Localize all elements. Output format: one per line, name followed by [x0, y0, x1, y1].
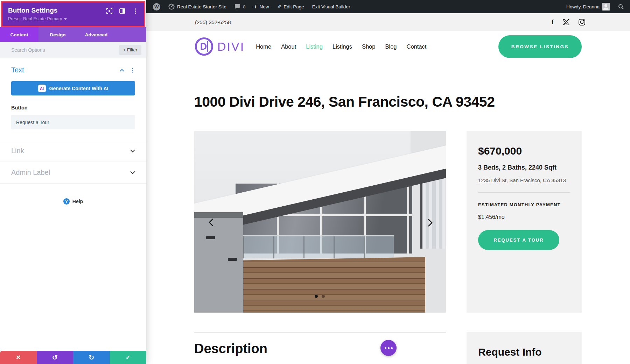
nav-item-blog[interactable]: Blog [385, 43, 397, 50]
listing-address: 1235 Divi St, San Fracisco, CA 35313 [478, 177, 570, 183]
house-photo-vent [206, 236, 215, 239]
panel-body: Text ⋮ AI Generate Content With AI Butto… [0, 58, 146, 205]
new-content-menu[interactable]: + New [251, 0, 272, 13]
text-section-header[interactable]: Text ⋮ [11, 58, 135, 74]
help-question-icon: ? [63, 198, 70, 205]
listing-photo-slider [194, 131, 446, 313]
search-options-input[interactable] [11, 47, 119, 53]
edit-page-menu[interactable]: ✎ Edit Page [275, 0, 307, 13]
site-preview: (255) 352-6258 f D DIVI Home About Listi… [146, 13, 630, 364]
chevron-up-icon[interactable] [120, 69, 124, 72]
house-photo-wood-cladding [243, 257, 425, 313]
site-name-menu[interactable]: Real Estate Starter Site [166, 0, 229, 13]
text-section-controls: ⋮ [120, 67, 135, 73]
edit-page-label: Edit Page [284, 4, 304, 9]
house-photo-side-wall [194, 212, 243, 313]
discard-changes-button[interactable]: ✕ [0, 351, 37, 364]
x-twitter-icon[interactable] [563, 19, 569, 25]
admin-bar-left: W Real Estate Starter Site 0 + New ✎ Edi… [150, 0, 352, 13]
payment-label: ESTIMATED MONTHLY PAYMENT [478, 202, 570, 207]
redo-button[interactable]: ↻ [73, 351, 110, 364]
exit-visual-builder[interactable]: Exit Visual Builder [310, 0, 353, 13]
slider-next-arrow[interactable] [425, 218, 434, 227]
panel-action-bar: ✕ ↺ ↻ ✓ [0, 351, 146, 364]
nav-item-listing[interactable]: Listing [306, 43, 323, 50]
help-link[interactable]: ? Help [0, 198, 146, 205]
help-label: Help [72, 199, 83, 204]
link-section-title: Link [11, 147, 24, 155]
panel-layout-icon[interactable] [119, 8, 125, 14]
request-tour-button[interactable]: REQUEST A TOUR [478, 230, 559, 250]
comment-bubble-icon [234, 4, 240, 9]
link-section-toggle[interactable]: Link [0, 140, 146, 162]
nav-item-shop[interactable]: Shop [362, 43, 376, 50]
preset-selector[interactable]: Preset: Real Estate Primary [8, 16, 67, 21]
tab-advanced[interactable]: Advanced [77, 27, 115, 42]
caret-down-icon [64, 18, 67, 20]
panel-title: Button Settings [8, 7, 67, 14]
request-info-card: Request Info [467, 332, 582, 364]
listing-summary-card: $670,000 3 Beds, 2 Baths, 2240 Sqft 1235… [467, 131, 582, 313]
slider-prev-arrow[interactable] [207, 218, 216, 227]
listing-title: 1000 Divi Drive 246, San Francisco, CA 9… [194, 94, 495, 110]
site-topbar: (255) 352-6258 f [146, 13, 630, 31]
content-divider [194, 332, 446, 333]
request-info-heading: Request Info [478, 346, 570, 358]
divi-logo[interactable]: D DIVI [195, 37, 245, 56]
panel-search-row: + Filter [0, 42, 146, 58]
save-changes-button[interactable]: ✓ [110, 351, 147, 364]
avatar [602, 3, 610, 10]
nav-item-about[interactable]: About [281, 43, 296, 50]
generate-content-ai-button[interactable]: AI Generate Content With AI [11, 81, 135, 95]
tab-content[interactable]: Content [0, 27, 38, 42]
divi-logo-icon: D [195, 37, 213, 56]
social-links: f [552, 18, 585, 26]
slider-dots [315, 295, 325, 298]
dashboard-gauge-icon [168, 3, 175, 10]
panel-tabs: Content Design Advanced [0, 27, 146, 42]
admin-search-button[interactable] [616, 0, 626, 13]
facebook-icon[interactable]: f [552, 18, 554, 26]
focus-expand-icon[interactable] [106, 8, 112, 14]
listing-specs: 3 Beds, 2 Baths, 2240 Sqft [478, 164, 570, 171]
undo-button[interactable]: ↺ [37, 351, 74, 364]
tab-design[interactable]: Design [38, 27, 77, 42]
button-text-input[interactable] [11, 115, 135, 129]
panel-header-text: Button Settings Preset: Real Estate Prim… [8, 7, 67, 21]
module-settings-dots-button[interactable] [380, 340, 397, 356]
plus-icon: + [254, 4, 257, 10]
house-photo-balcony [243, 235, 394, 258]
pencil-icon: ✎ [277, 4, 281, 9]
module-highlight-border: Button Settings Preset: Real Estate Prim… [1, 1, 145, 27]
admin-label-section-toggle[interactable]: Admin Label [0, 162, 146, 184]
filter-button[interactable]: + Filter [119, 45, 141, 55]
main-nav: Home About Listing Listings Shop Blog Co… [256, 43, 426, 50]
comments-menu[interactable]: 0 [232, 0, 248, 13]
nav-item-contact[interactable]: Contact [407, 43, 427, 50]
panel-kebab-menu-icon[interactable]: ⋮ [132, 8, 138, 14]
exit-visual-builder-label: Exit Visual Builder [312, 4, 350, 9]
wp-logo-menu[interactable]: W [150, 0, 163, 13]
panel-header-icons: ⋮ [106, 7, 138, 14]
instagram-icon[interactable] [579, 19, 585, 26]
howdy-label: Howdy, Deanna [566, 4, 600, 9]
text-section-kebab-icon[interactable]: ⋮ [130, 67, 135, 73]
house-photo-vent [228, 258, 237, 261]
panel-header: Button Settings Preset: Real Estate Prim… [2, 2, 144, 26]
nav-item-home[interactable]: Home [256, 43, 271, 50]
slider-dot[interactable] [322, 295, 325, 298]
ai-icon: AI [38, 85, 46, 92]
account-menu[interactable]: Howdy, Deanna [564, 0, 612, 13]
new-label: New [260, 4, 269, 9]
search-icon [618, 4, 624, 10]
admin-bar-right: Howdy, Deanna [564, 0, 626, 13]
preset-label: Preset: Real Estate Primary [8, 16, 62, 21]
phone-number[interactable]: (255) 352-6258 [195, 19, 231, 25]
button-field-label: Button [11, 105, 135, 110]
chevron-down-icon [130, 171, 135, 174]
description-heading: Description [194, 341, 267, 356]
browse-listings-button[interactable]: BROWSE LISTINGS [498, 35, 582, 58]
slider-dot-active[interactable] [315, 295, 318, 298]
nav-item-listings[interactable]: Listings [332, 43, 352, 50]
admin-label-section-title: Admin Label [11, 169, 50, 177]
